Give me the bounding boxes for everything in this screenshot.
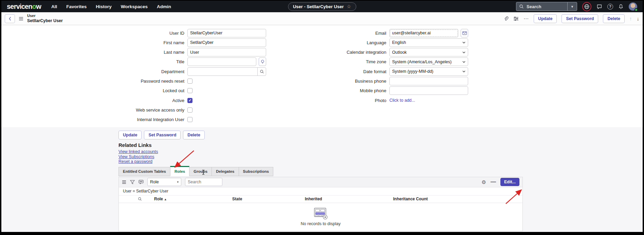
menu-item-favorites[interactable]: Favorites — [66, 4, 87, 9]
form-left-column: User ID First name Last name Title — [113, 29, 266, 125]
record-type-label: User — [27, 14, 63, 18]
search-scope-dropdown[interactable]: ▾ — [567, 2, 577, 11]
first-name-input[interactable] — [187, 38, 266, 47]
web-service-access-only-checkbox[interactable] — [187, 107, 192, 113]
field-email: Email — [315, 29, 468, 37]
servicenow-logo[interactable]: servicenow — [7, 3, 41, 11]
global-search-input[interactable] — [526, 4, 563, 10]
collapse-list-icon[interactable]: — — [491, 179, 496, 185]
selected-value: System (America/Los_Angeles) — [392, 60, 452, 64]
form-footer-buttons: Update Set Password Delete — [118, 131, 523, 139]
chevron-down-icon — [462, 61, 465, 63]
view-linked-accounts-link[interactable]: View linked accounts — [118, 149, 158, 154]
list-settings-gear-icon[interactable]: ⚙ — [482, 180, 486, 185]
view-subscriptions-link[interactable]: View Subscriptions — [118, 154, 154, 160]
field-label: Title — [113, 59, 187, 64]
notifications-bell-icon[interactable] — [618, 4, 624, 10]
user-id-input[interactable] — [187, 29, 266, 37]
tab-groups[interactable]: Groups — [189, 167, 212, 176]
list-search-input[interactable] — [185, 178, 222, 186]
tab-label: Entitled Custom Tables — [123, 169, 166, 173]
field-date-format: Date format System (yyyy-MM-dd) — [315, 67, 468, 76]
form-context-menu-icon[interactable] — [19, 17, 23, 21]
column-search-icon[interactable] — [138, 197, 142, 202]
roles-related-list: Role ▾ ⚙ — Edit... User = SetllarCyber U… — [118, 177, 523, 231]
tab-subscriptions[interactable]: Subscriptions — [239, 167, 274, 176]
global-search: ▾ — [516, 2, 577, 11]
tab-roles[interactable]: Roles — [170, 166, 189, 176]
delete-button[interactable]: Delete — [603, 14, 625, 23]
field-department: Department — [113, 67, 266, 76]
field-label: Internal Integration User — [113, 117, 187, 122]
date-format-select[interactable]: System (yyyy-MM-dd) — [389, 67, 468, 76]
reset-a-password-link[interactable]: Reset a password — [118, 159, 152, 164]
photo-add-link[interactable]: Click to add... — [389, 98, 415, 103]
field-label: Calendar integration — [315, 50, 389, 55]
column-header-inheritance-count[interactable]: Inheritance Count — [393, 197, 428, 201]
context-pill[interactable]: User - SetllarCyber User ☆ — [288, 2, 356, 11]
field-label: Photo — [315, 98, 389, 103]
mobile-phone-input[interactable] — [389, 86, 468, 95]
text-cursor — [202, 170, 205, 175]
active-checkbox[interactable] — [187, 98, 192, 103]
attachment-paperclip-icon[interactable] — [503, 16, 509, 21]
search-icon — [519, 4, 524, 9]
tab-delegates[interactable]: Delegates — [211, 167, 239, 176]
column-header-inherited[interactable]: Inherited — [305, 197, 322, 201]
field-active: Active — [113, 96, 266, 105]
favorite-star-icon[interactable]: ☆ — [347, 4, 351, 9]
search-field-selector[interactable]: Role ▾ — [147, 178, 181, 186]
next-record-icon[interactable]: ↓ — [637, 16, 640, 21]
nav-right-cluster: ▾ ? — [516, 2, 637, 11]
send-email-icon[interactable] — [461, 29, 468, 37]
password-needs-reset-checkbox[interactable] — [187, 79, 192, 84]
empty-state-message: No records to display — [301, 221, 341, 226]
language-select[interactable]: English — [389, 38, 468, 47]
internal-integration-user-checkbox[interactable] — [187, 117, 192, 122]
comment-bubble-icon[interactable] — [139, 180, 144, 184]
business-phone-input[interactable] — [389, 77, 468, 85]
more-options-icon[interactable]: ⋯ — [523, 16, 529, 22]
tab-entitled-custom-tables[interactable]: Entitled Custom Tables — [118, 167, 170, 176]
logo-text-end: w — [36, 3, 41, 10]
field-internal-integration-user: Internal Integration User — [113, 115, 266, 124]
field-label: Date format — [315, 69, 389, 74]
field-last-name: Last name — [113, 48, 266, 57]
menu-item-all[interactable]: All — [51, 4, 57, 9]
edit-button[interactable]: Edit... — [500, 178, 519, 186]
help-icon[interactable]: ? — [607, 4, 613, 10]
field-label: Web service access only — [113, 107, 187, 113]
last-name-input[interactable] — [187, 48, 266, 56]
menu-item-workspaces[interactable]: Workspaces — [121, 4, 148, 9]
menu-item-admin[interactable]: Admin — [157, 4, 171, 9]
tab-label: Subscriptions — [243, 169, 269, 173]
email-input[interactable] — [389, 29, 458, 37]
back-button[interactable] — [5, 14, 15, 23]
record-title: User SetllarCyber User — [27, 14, 63, 23]
app-window: servicenow All Favorites History Workspa… — [1, 1, 643, 232]
logo-green-o: o — [32, 3, 36, 10]
set-password-button-footer[interactable]: Set Password — [144, 131, 181, 139]
field-title: Title — [113, 57, 266, 66]
chat-icon[interactable] — [596, 4, 602, 10]
reference-lookup-icon[interactable] — [257, 67, 266, 76]
filter-funnel-icon[interactable] — [130, 180, 135, 184]
column-header-role[interactable]: Role — [154, 197, 166, 201]
update-button[interactable]: Update — [534, 14, 557, 23]
department-input[interactable] — [187, 67, 266, 76]
suggestion-icon[interactable] — [259, 57, 266, 66]
activity-stream-icon[interactable] — [513, 16, 519, 21]
user-avatar[interactable] — [629, 2, 637, 11]
list-menu-icon[interactable] — [122, 180, 126, 184]
calendar-integration-select[interactable]: Outlook — [389, 48, 468, 56]
globe-icon[interactable] — [584, 4, 590, 10]
set-password-button[interactable]: Set Password — [562, 14, 598, 23]
column-header-state[interactable]: State — [232, 197, 242, 201]
title-input[interactable] — [187, 57, 256, 66]
list-breadcrumb[interactable]: User = SetllarCyber User — [119, 187, 522, 196]
locked-out-checkbox[interactable] — [187, 88, 192, 93]
delete-button-footer[interactable]: Delete — [183, 131, 205, 139]
update-button-footer[interactable]: Update — [118, 131, 142, 139]
menu-item-history[interactable]: History — [96, 4, 112, 9]
time-zone-select[interactable]: System (America/Los_Angeles) — [389, 57, 468, 66]
